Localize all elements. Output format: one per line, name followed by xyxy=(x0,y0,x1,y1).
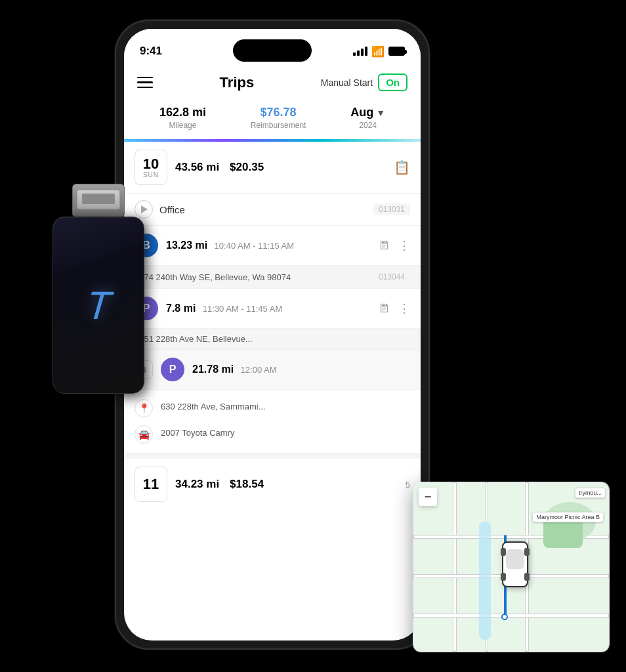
period-month: Aug xyxy=(350,106,373,119)
day-11-badge: 11 xyxy=(135,467,167,502)
trip-B-details: 13.23 mi 10:40 AM - 11:15 AM xyxy=(166,240,371,251)
usb-device: T xyxy=(39,184,157,407)
trip-B-time: 10:40 AM - 11:15 AM xyxy=(215,241,294,251)
day-11-miles: 34.23 mi xyxy=(175,478,219,491)
wifi-icon: 📶 xyxy=(371,45,385,58)
day-10-header: 10 SUN 43.56 mi $20.35 📋 xyxy=(124,142,421,194)
address-code-1: 013044 xyxy=(373,271,410,283)
trip-B-icons: 🖹 ⋮ xyxy=(379,238,410,253)
app-title: Trips xyxy=(220,74,255,91)
timeline-vehicle-item: 🚘 2007 Toyota Camry xyxy=(135,421,410,448)
mileage-value: 162.8 mi xyxy=(159,106,206,119)
usb-body: T xyxy=(52,217,144,394)
map-background: Marymoor Picnic Area B trymou... − xyxy=(413,482,609,652)
reimbursement-label: Reimbursement xyxy=(251,121,306,130)
battery-icon xyxy=(388,47,405,56)
mileage-label: Mileage xyxy=(159,121,206,130)
manual-start-container: Manual Start On xyxy=(321,74,407,91)
day-11-number: 11 xyxy=(143,477,159,492)
trip-P1-icons: 🖹 ⋮ xyxy=(379,301,410,316)
trip-P2-row: 3 P 21.78 mi 12:00 AM xyxy=(124,350,421,390)
timeline-vehicle-text: 2007 Toyota Camry xyxy=(161,425,235,438)
day-11-header: 11 34.23 mi $18.54 5 xyxy=(124,453,421,510)
office-location-name: Office xyxy=(159,204,185,215)
mileage-stat: 162.8 mi Mileage xyxy=(159,106,206,130)
document-icon-2[interactable]: 🖹 xyxy=(379,302,390,316)
map-label-picnic: Marymoor Picnic Area B xyxy=(532,512,604,522)
period-stat[interactable]: Aug ▼ 2024 xyxy=(350,106,385,130)
signal-icon xyxy=(353,47,367,56)
trip-P1-details: 7.8 mi 11:30 AM - 11:45 AM xyxy=(166,303,371,314)
car-icon: 🚘 xyxy=(135,425,153,444)
office-location-code: 013031 xyxy=(373,203,410,215)
trip-P1-distance: 7.8 mi xyxy=(166,303,196,314)
status-time: 9:41 xyxy=(140,45,162,58)
address-text-1: 5674 240th Way SE, Bellevue, Wa 98074 xyxy=(135,272,291,282)
phone-frame: 9:41 📶 xyxy=(115,20,430,650)
trip-P2-time: 12:00 AM xyxy=(241,365,277,375)
trip-P2-distance: 21.78 mi xyxy=(192,364,234,375)
day-11-count: 5 xyxy=(406,480,410,490)
office-location-row: Office 013031 xyxy=(124,194,421,226)
status-icons: 📶 xyxy=(353,45,405,58)
trip-P2-category: P xyxy=(161,358,184,381)
day-11-stats: 34.23 mi $18.54 xyxy=(175,478,398,491)
on-badge[interactable]: On xyxy=(378,74,407,91)
more-icon-2[interactable]: ⋮ xyxy=(398,301,410,316)
map-car xyxy=(499,541,532,594)
day-11-actions: 5 xyxy=(406,480,410,490)
timeline-address-text: 630 228th Ave, Sammami... xyxy=(161,399,265,411)
scene: T 9:41 📶 xyxy=(0,0,626,672)
address-row-2: 1851 228th Ave NE, Bellevue... xyxy=(124,329,421,350)
app-header: Trips Manual Start On xyxy=(124,68,421,99)
day-10-miles: 43.56 mi xyxy=(175,161,219,174)
more-icon[interactable]: ⋮ xyxy=(398,238,410,253)
day-10-badge: 10 SUN xyxy=(135,150,167,185)
map-label-trymou: trymou... xyxy=(575,488,606,498)
day-10-export-icon[interactable]: 📋 xyxy=(394,159,410,175)
stats-row: 162.8 mi Mileage $76.78 Reimbursement Au… xyxy=(124,99,421,139)
map-overlay: Marymoor Picnic Area B trymou... − xyxy=(413,482,610,652)
day-10-number: 10 xyxy=(143,157,159,171)
reimbursement-stat: $76.78 Reimbursement xyxy=(251,106,306,130)
usb-logo: T xyxy=(85,283,113,328)
map-zoom-out-button[interactable]: − xyxy=(419,488,437,506)
phone-screen: 9:41 📶 xyxy=(124,29,421,640)
day-10-name: SUN xyxy=(143,171,159,178)
timeline-address-item: 📍 630 228th Ave, Sammami... xyxy=(135,395,410,421)
trip-B-distance: 13.23 mi xyxy=(166,240,207,251)
timeline-section: 📍 630 228th Ave, Sammami... 🚘 2007 Toyot… xyxy=(124,390,421,453)
day-10-stats: 43.56 mi $20.35 xyxy=(175,161,386,174)
document-icon[interactable]: 🖹 xyxy=(379,239,390,253)
trip-P1-row: P 7.8 mi 11:30 AM - 11:45 AM 🖹 ⋮ xyxy=(124,289,421,329)
address-row-1: 5674 240th Way SE, Bellevue, Wa 98074 01… xyxy=(124,266,421,289)
reimbursement-value: $76.78 xyxy=(251,106,306,119)
trip-list: 10 SUN 43.56 mi $20.35 📋 Off xyxy=(124,142,421,510)
trip-P1-time: 11:30 AM - 11:45 AM xyxy=(203,304,282,314)
trip-P2-details: 21.78 mi 12:00 AM xyxy=(192,364,410,375)
manual-start-label: Manual Start xyxy=(321,77,373,88)
hamburger-menu-button[interactable] xyxy=(137,77,153,89)
day-10-amount: $20.35 xyxy=(230,161,264,174)
period-year: 2024 xyxy=(350,121,385,130)
dynamic-island xyxy=(233,39,312,62)
day-11-amount: $18.54 xyxy=(230,478,264,491)
trip-B-row: B 13.23 mi 10:40 AM - 11:15 AM 🖹 ⋮ xyxy=(124,226,421,266)
usb-connector xyxy=(72,184,125,217)
